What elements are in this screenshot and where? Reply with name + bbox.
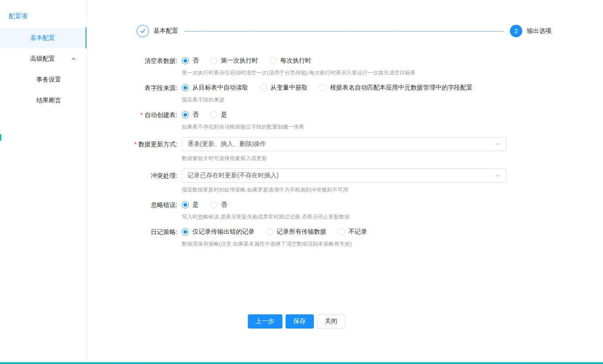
- field-label-text: 表字段来源:: [145, 84, 177, 91]
- step1-label: 基本配置: [153, 27, 178, 35]
- required-mark: *: [141, 111, 143, 118]
- radio-unselected-icon: [210, 57, 217, 64]
- step1-check-circle-icon: [137, 25, 149, 37]
- footer-actions: 上一步 保存 关闭: [86, 314, 506, 329]
- stepper-connector-line: [184, 31, 504, 31]
- chevron-down-icon: [495, 141, 501, 147]
- field-label-text: 日记策略:: [151, 228, 177, 235]
- field-body: 否 第一次执行时 每次执行时 第一次执行时表示仅启动时清空一次(适用于分页传输)…: [182, 56, 506, 77]
- radio-option-auto-read-target[interactable]: 从目标表中自动读取: [182, 84, 248, 92]
- radio-option-log-all[interactable]: 记录所有传输数据: [266, 228, 326, 236]
- sidebar-item-label: 事务设置: [36, 76, 61, 83]
- step2-number-circle: 2: [510, 25, 522, 37]
- field-helper: 数据流保存策略(注意:如果基本属性中选择了清空数据流则本策略将失效): [182, 240, 506, 248]
- radio-option-no[interactable]: 否: [210, 201, 227, 209]
- radio-option-first-run[interactable]: 第一次执行时: [210, 57, 258, 65]
- conflict-handling-select[interactable]: 记录已存在时更新(不存在时插入): [182, 168, 506, 183]
- radio-selected-icon: [182, 84, 189, 91]
- radio-group-field-source: 从目标表中自动读取 从变量中获取 根据表名自动匹配本应用中元数据管理中的字段配置: [182, 83, 506, 93]
- radio-option-yes[interactable]: 是: [210, 111, 227, 119]
- field-helper: 第一次执行时表示仅启动时清空一次(适用于分页传输),每次执行时表示只要运行一次就…: [182, 69, 506, 77]
- bottom-accent-bar: [0, 362, 603, 364]
- step2-label: 输出选项: [527, 27, 552, 35]
- sidebar: 配置项 基本配置 高级配置 事务设置 结果断言: [0, 0, 86, 364]
- radio-unselected-icon: [260, 84, 267, 91]
- main-content: 基本配置 2 输出选项 清空表数据: 否: [86, 0, 603, 329]
- radio-group-clear-table-data: 否 第一次执行时 每次执行时: [182, 56, 506, 66]
- field-label: 忽略错误:: [86, 200, 182, 221]
- radio-label: 是: [192, 201, 199, 209]
- radio-label: 否: [221, 201, 227, 209]
- form-row-ignore-errors: 忽略错误: 是 否 写入时忽略错误,是表示更新失败或异常时跳过记录,否表示停止更: [86, 200, 603, 221]
- field-label-text: 自动创建表:: [145, 111, 177, 118]
- radio-option-log-errors-only[interactable]: 仅记录传输出错的记录: [182, 228, 255, 236]
- prev-step-button[interactable]: 上一步: [248, 314, 282, 329]
- field-body: 逐条(更新、插入、删除)操作 数据量较大时可选择批量插入或更新: [182, 137, 506, 162]
- radio-selected-icon: [182, 228, 189, 235]
- sidebar-item-result-assertion[interactable]: 结果断言: [0, 90, 86, 111]
- radio-label: 从目标表中自动读取: [192, 84, 248, 92]
- field-label-text: 数据更新方式:: [138, 141, 177, 148]
- radio-group-auto-create-table: 否 是: [182, 110, 506, 120]
- field-label-text: 冲突处理:: [151, 172, 177, 179]
- radio-option-yes[interactable]: 是: [182, 201, 199, 209]
- field-helper: 如果表不存在则自动根据输出字段的配置创建一张表: [182, 123, 506, 131]
- field-body: 否 是 如果表不存在则自动根据输出字段的配置创建一张表: [182, 110, 506, 131]
- radio-selected-icon: [182, 201, 189, 208]
- radio-group-log-strategy: 仅记录传输出错的记录 记录所有传输数据 不记录: [182, 227, 506, 237]
- radio-label: 第一次执行时: [221, 57, 258, 65]
- sidebar-title: 配置项: [0, 12, 86, 20]
- field-label-text: 忽略错误:: [151, 201, 177, 208]
- radio-option-match-metadata[interactable]: 根据表名自动匹配本应用中元数据管理中的字段配置: [319, 84, 473, 92]
- radio-group-ignore-errors: 是 否: [182, 200, 506, 210]
- stepper: 基本配置 2 输出选项: [137, 25, 552, 37]
- radio-option-from-variable[interactable]: 从变量中获取: [260, 84, 308, 92]
- form-row-update-mode: *数据更新方式: 逐条(更新、插入、删除)操作 数据量较大时可选择批量插入或更新: [86, 137, 603, 162]
- field-body: 从目标表中自动读取 从变量中获取 根据表名自动匹配本应用中元数据管理中的字段配置…: [182, 83, 506, 104]
- left-edge-accent: [0, 134, 1, 141]
- field-helper: 数据量较大时可选择批量插入或更新: [182, 154, 506, 162]
- radio-label: 仅记录传输出错的记录: [192, 228, 255, 236]
- sidebar-item-basic-config[interactable]: 基本配置: [0, 27, 86, 48]
- field-helper: 指定数据更新时的处理策略,如果更新选项中为不检测则冲突规则不可用: [182, 186, 506, 194]
- radio-label: 记录所有传输数据: [277, 228, 326, 236]
- save-button[interactable]: 保存: [286, 314, 314, 329]
- radio-selected-icon: [182, 57, 189, 64]
- form-row-conflict-handling: 冲突处理: 记录已存在时更新(不存在时插入) 指定数据更新时的处理策略,如果更新…: [86, 168, 603, 194]
- radio-unselected-icon: [266, 228, 273, 235]
- chevron-up-icon: [71, 56, 76, 62]
- field-label: 冲突处理:: [86, 168, 182, 194]
- sidebar-item-label: 基本配置: [30, 34, 55, 41]
- sidebar-item-label: 结果断言: [36, 97, 61, 104]
- required-mark: *: [134, 141, 137, 148]
- form-row-clear-table-data: 清空表数据: 否 第一次执行时 每次执: [86, 56, 603, 77]
- radio-unselected-icon: [338, 228, 345, 235]
- radio-label: 每次执行时: [280, 57, 311, 65]
- field-label: 日记策略:: [86, 227, 182, 248]
- close-button[interactable]: 关闭: [317, 314, 345, 329]
- field-label: *数据更新方式:: [86, 137, 182, 162]
- radio-label: 否: [192, 57, 199, 65]
- field-label: *自动创建表:: [86, 110, 182, 131]
- radio-unselected-icon: [270, 57, 277, 64]
- radio-unselected-icon: [319, 84, 326, 91]
- radio-option-no[interactable]: 否: [182, 111, 199, 119]
- sidebar-item-label: 高级配置: [30, 55, 55, 62]
- radio-selected-icon: [182, 111, 189, 118]
- radio-option-no[interactable]: 否: [182, 57, 199, 65]
- update-mode-select[interactable]: 逐条(更新、插入、删除)操作: [182, 137, 506, 151]
- step2-number: 2: [514, 27, 518, 35]
- radio-label: 从变量中获取: [270, 84, 308, 92]
- sidebar-item-advanced-config[interactable]: 高级配置: [0, 48, 86, 69]
- radio-option-log-none[interactable]: 不记录: [338, 228, 367, 236]
- sidebar-item-transaction-settings[interactable]: 事务设置: [0, 69, 86, 90]
- form-row-auto-create-table: *自动创建表: 否 是 如果表不存在则自动根据输出字段的配置创建一张表: [86, 110, 603, 131]
- radio-option-every-run[interactable]: 每次执行时: [270, 57, 311, 65]
- field-body: 记录已存在时更新(不存在时插入) 指定数据更新时的处理策略,如果更新选项中为不检…: [182, 168, 506, 194]
- form-row-log-strategy: 日记策略: 仅记录传输出错的记录 记录所有传输数据: [86, 227, 603, 248]
- radio-unselected-icon: [210, 111, 217, 118]
- field-helper: 指定表字段的来源: [182, 96, 506, 104]
- radio-label: 不记录: [348, 228, 367, 236]
- form-row-field-source: 表字段来源: 从目标表中自动读取 从变量中获取: [86, 83, 603, 104]
- radio-label: 是: [221, 111, 227, 119]
